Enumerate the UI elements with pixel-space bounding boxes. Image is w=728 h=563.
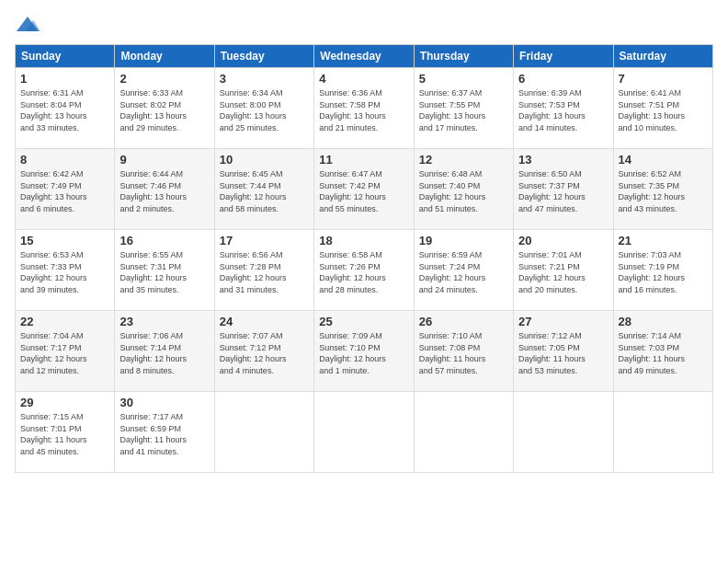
week-row-1: 1Sunrise: 6:31 AM Sunset: 8:04 PM Daylig… bbox=[16, 68, 713, 149]
day-cell: 7Sunrise: 6:41 AM Sunset: 7:51 PM Daylig… bbox=[613, 68, 712, 149]
day-cell: 20Sunrise: 7:01 AM Sunset: 7:21 PM Dayli… bbox=[514, 230, 613, 311]
day-cell: 29Sunrise: 7:15 AM Sunset: 7:01 PM Dayli… bbox=[16, 392, 115, 473]
day-number: 15 bbox=[20, 234, 109, 247]
day-number: 28 bbox=[619, 315, 708, 328]
day-number: 6 bbox=[518, 72, 608, 86]
day-detail: Sunrise: 7:07 AM Sunset: 7:12 PM Dayligh… bbox=[220, 330, 309, 376]
day-detail: Sunrise: 6:42 AM Sunset: 7:49 PM Dayligh… bbox=[20, 168, 109, 214]
day-detail: Sunrise: 6:55 AM Sunset: 7:31 PM Dayligh… bbox=[119, 249, 209, 295]
day-number: 26 bbox=[419, 315, 508, 328]
day-detail: Sunrise: 6:52 AM Sunset: 7:35 PM Dayligh… bbox=[619, 168, 708, 214]
header-cell-monday: Monday bbox=[115, 45, 214, 68]
page-container: SundayMondayTuesdayWednesdayThursdayFrid… bbox=[0, 0, 728, 480]
day-cell bbox=[414, 392, 513, 473]
day-detail: Sunrise: 6:47 AM Sunset: 7:42 PM Dayligh… bbox=[319, 168, 408, 214]
day-cell bbox=[214, 392, 313, 473]
day-detail: Sunrise: 6:48 AM Sunset: 7:40 PM Dayligh… bbox=[419, 168, 508, 214]
day-cell: 23Sunrise: 7:06 AM Sunset: 7:14 PM Dayli… bbox=[115, 311, 214, 392]
day-cell: 16Sunrise: 6:55 AM Sunset: 7:31 PM Dayli… bbox=[115, 230, 214, 311]
day-detail: Sunrise: 7:17 AM Sunset: 6:59 PM Dayligh… bbox=[119, 411, 209, 457]
header bbox=[15, 15, 713, 35]
day-detail: Sunrise: 7:04 AM Sunset: 7:17 PM Dayligh… bbox=[20, 330, 109, 376]
logo bbox=[15, 15, 44, 35]
week-row-3: 15Sunrise: 6:53 AM Sunset: 7:33 PM Dayli… bbox=[16, 230, 713, 311]
day-number: 27 bbox=[518, 315, 608, 328]
day-detail: Sunrise: 7:01 AM Sunset: 7:21 PM Dayligh… bbox=[518, 249, 608, 295]
day-number: 11 bbox=[319, 153, 408, 167]
header-cell-tuesday: Tuesday bbox=[214, 45, 313, 68]
day-cell: 11Sunrise: 6:47 AM Sunset: 7:42 PM Dayli… bbox=[314, 149, 414, 230]
day-cell: 9Sunrise: 6:44 AM Sunset: 7:46 PM Daylig… bbox=[115, 149, 214, 230]
day-detail: Sunrise: 7:10 AM Sunset: 7:08 PM Dayligh… bbox=[419, 330, 508, 376]
day-number: 20 bbox=[518, 234, 608, 247]
day-cell: 10Sunrise: 6:45 AM Sunset: 7:44 PM Dayli… bbox=[214, 149, 313, 230]
day-detail: Sunrise: 7:12 AM Sunset: 7:05 PM Dayligh… bbox=[518, 330, 608, 376]
day-cell: 6Sunrise: 6:39 AM Sunset: 7:53 PM Daylig… bbox=[514, 68, 613, 149]
day-cell: 15Sunrise: 6:53 AM Sunset: 7:33 PM Dayli… bbox=[16, 230, 115, 311]
day-number: 5 bbox=[419, 72, 508, 86]
day-cell: 28Sunrise: 7:14 AM Sunset: 7:03 PM Dayli… bbox=[613, 311, 712, 392]
day-cell: 5Sunrise: 6:37 AM Sunset: 7:55 PM Daylig… bbox=[414, 68, 513, 149]
day-number: 24 bbox=[220, 315, 309, 328]
day-number: 30 bbox=[119, 396, 209, 409]
day-detail: Sunrise: 6:41 AM Sunset: 7:51 PM Dayligh… bbox=[619, 87, 708, 133]
day-cell: 14Sunrise: 6:52 AM Sunset: 7:35 PM Dayli… bbox=[613, 149, 712, 230]
day-cell: 12Sunrise: 6:48 AM Sunset: 7:40 PM Dayli… bbox=[414, 149, 513, 230]
day-number: 10 bbox=[220, 153, 309, 167]
day-cell: 17Sunrise: 6:56 AM Sunset: 7:28 PM Dayli… bbox=[214, 230, 313, 311]
day-number: 4 bbox=[319, 72, 408, 86]
header-cell-saturday: Saturday bbox=[613, 45, 712, 68]
day-detail: Sunrise: 7:15 AM Sunset: 7:01 PM Dayligh… bbox=[20, 411, 109, 457]
day-detail: Sunrise: 6:59 AM Sunset: 7:24 PM Dayligh… bbox=[419, 249, 508, 295]
day-number: 13 bbox=[518, 153, 608, 167]
day-number: 21 bbox=[619, 234, 708, 247]
day-number: 17 bbox=[220, 234, 309, 247]
day-number: 2 bbox=[119, 72, 209, 86]
day-detail: Sunrise: 6:31 AM Sunset: 8:04 PM Dayligh… bbox=[20, 87, 109, 133]
day-number: 12 bbox=[419, 153, 508, 167]
calendar-table: SundayMondayTuesdayWednesdayThursdayFrid… bbox=[15, 44, 713, 473]
day-detail: Sunrise: 7:14 AM Sunset: 7:03 PM Dayligh… bbox=[619, 330, 708, 376]
day-cell: 21Sunrise: 7:03 AM Sunset: 7:19 PM Dayli… bbox=[613, 230, 712, 311]
day-detail: Sunrise: 6:39 AM Sunset: 7:53 PM Dayligh… bbox=[518, 87, 608, 133]
day-detail: Sunrise: 7:03 AM Sunset: 7:19 PM Dayligh… bbox=[619, 249, 708, 295]
day-detail: Sunrise: 6:45 AM Sunset: 7:44 PM Dayligh… bbox=[220, 168, 309, 214]
day-detail: Sunrise: 6:34 AM Sunset: 8:00 PM Dayligh… bbox=[220, 87, 309, 133]
day-number: 16 bbox=[119, 234, 209, 247]
day-number: 19 bbox=[419, 234, 508, 247]
day-cell: 1Sunrise: 6:31 AM Sunset: 8:04 PM Daylig… bbox=[16, 68, 115, 149]
day-number: 8 bbox=[20, 153, 109, 167]
logo-icon bbox=[15, 15, 40, 35]
day-cell: 4Sunrise: 6:36 AM Sunset: 7:58 PM Daylig… bbox=[314, 68, 414, 149]
day-cell bbox=[613, 392, 712, 473]
day-cell: 2Sunrise: 6:33 AM Sunset: 8:02 PM Daylig… bbox=[115, 68, 214, 149]
day-detail: Sunrise: 6:58 AM Sunset: 7:26 PM Dayligh… bbox=[319, 249, 408, 295]
header-cell-friday: Friday bbox=[514, 45, 613, 68]
day-detail: Sunrise: 6:50 AM Sunset: 7:37 PM Dayligh… bbox=[518, 168, 608, 214]
day-cell: 26Sunrise: 7:10 AM Sunset: 7:08 PM Dayli… bbox=[414, 311, 513, 392]
day-cell bbox=[514, 392, 613, 473]
day-cell: 27Sunrise: 7:12 AM Sunset: 7:05 PM Dayli… bbox=[514, 311, 613, 392]
day-cell: 19Sunrise: 6:59 AM Sunset: 7:24 PM Dayli… bbox=[414, 230, 513, 311]
day-number: 9 bbox=[119, 153, 209, 167]
day-cell: 8Sunrise: 6:42 AM Sunset: 7:49 PM Daylig… bbox=[16, 149, 115, 230]
day-detail: Sunrise: 6:56 AM Sunset: 7:28 PM Dayligh… bbox=[220, 249, 309, 295]
day-number: 3 bbox=[220, 72, 309, 86]
day-number: 1 bbox=[20, 72, 109, 86]
day-cell: 30Sunrise: 7:17 AM Sunset: 6:59 PM Dayli… bbox=[115, 392, 214, 473]
day-detail: Sunrise: 6:53 AM Sunset: 7:33 PM Dayligh… bbox=[20, 249, 109, 295]
day-cell: 3Sunrise: 6:34 AM Sunset: 8:00 PM Daylig… bbox=[214, 68, 313, 149]
day-cell: 25Sunrise: 7:09 AM Sunset: 7:10 PM Dayli… bbox=[314, 311, 414, 392]
header-cell-sunday: Sunday bbox=[16, 45, 115, 68]
week-row-4: 22Sunrise: 7:04 AM Sunset: 7:17 PM Dayli… bbox=[16, 311, 713, 392]
day-cell: 24Sunrise: 7:07 AM Sunset: 7:12 PM Dayli… bbox=[214, 311, 313, 392]
header-cell-thursday: Thursday bbox=[414, 45, 513, 68]
day-number: 22 bbox=[20, 315, 109, 328]
day-cell: 13Sunrise: 6:50 AM Sunset: 7:37 PM Dayli… bbox=[514, 149, 613, 230]
day-detail: Sunrise: 7:09 AM Sunset: 7:10 PM Dayligh… bbox=[319, 330, 408, 376]
day-detail: Sunrise: 6:36 AM Sunset: 7:58 PM Dayligh… bbox=[319, 87, 408, 133]
day-detail: Sunrise: 6:44 AM Sunset: 7:46 PM Dayligh… bbox=[119, 168, 209, 214]
header-cell-wednesday: Wednesday bbox=[314, 45, 414, 68]
day-detail: Sunrise: 6:37 AM Sunset: 7:55 PM Dayligh… bbox=[419, 87, 508, 133]
week-row-5: 29Sunrise: 7:15 AM Sunset: 7:01 PM Dayli… bbox=[16, 392, 713, 473]
